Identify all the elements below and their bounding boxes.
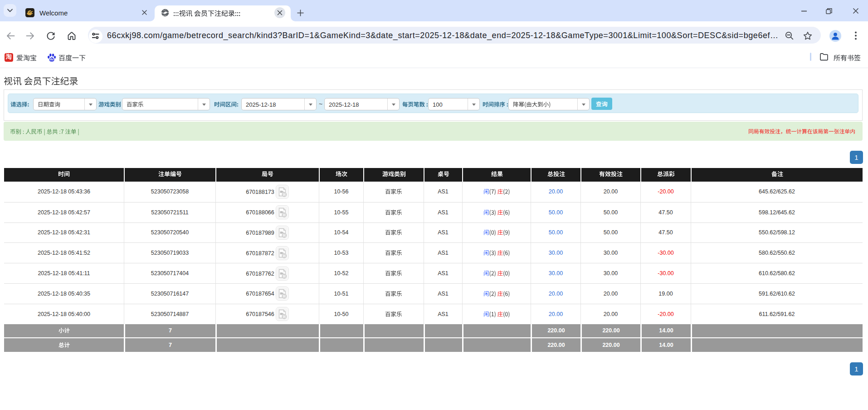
svg-text:du: du — [50, 58, 54, 61]
